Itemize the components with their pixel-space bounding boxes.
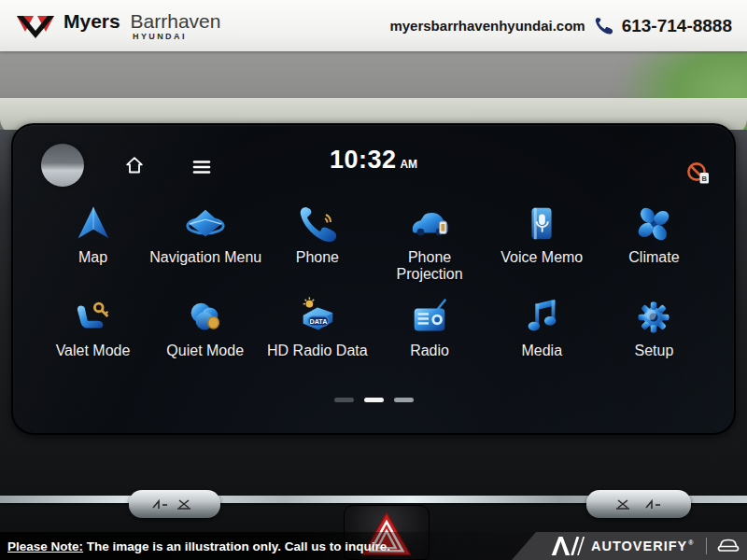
app-tile-voice-memo[interactable]: Voice Memo xyxy=(486,202,598,284)
infotainment-screen: 10:32AM B Map xyxy=(11,123,736,435)
hd-radio-data-icon: DATA xyxy=(261,295,373,340)
dealer-header: Myers Barrhaven HYUNDAI myersbarrhavenhy… xyxy=(0,0,747,51)
app-tile-media[interactable]: Media xyxy=(486,295,598,359)
app-label: Climate xyxy=(599,249,710,266)
clock-meridiem: AM xyxy=(400,158,417,171)
app-label: Map xyxy=(37,249,148,266)
app-tile-quiet-mode[interactable]: Quiet Mode xyxy=(149,295,261,359)
dealer-logo: Myers Barrhaven HYUNDAI xyxy=(15,11,220,41)
app-label: Quiet Mode xyxy=(149,343,261,359)
dashboard-photo: 10:32AM B Map xyxy=(0,51,747,560)
disclaimer-label: Please Note: xyxy=(7,539,83,553)
autoverify-word: AUTOVERIFY xyxy=(591,539,687,553)
phone-handset-icon xyxy=(594,16,613,35)
app-tile-map[interactable]: Map xyxy=(37,202,148,284)
app-label: Media xyxy=(486,343,598,359)
dealer-name-bold: Myers xyxy=(63,10,120,32)
dealer-logo-text: Myers Barrhaven HYUNDAI xyxy=(63,11,220,41)
right-vent-control xyxy=(586,490,691,518)
screenshot-root: Myers Barrhaven HYUNDAI myersbarrhavenhy… xyxy=(0,0,747,560)
voice-memo-icon xyxy=(486,202,598,246)
left-vent-control xyxy=(129,490,220,518)
app-tile-setup[interactable]: Setup xyxy=(599,295,710,359)
page-dot-1[interactable] xyxy=(334,398,354,402)
banner-divider xyxy=(706,538,707,554)
app-grid-row-2: Valet Mode Quiet Mode DATA HD Radio Data xyxy=(37,295,710,359)
app-label: Valet Mode xyxy=(37,343,148,359)
phone-icon xyxy=(261,202,373,246)
app-tile-climate[interactable]: Climate xyxy=(599,202,710,284)
clock: 10:32AM xyxy=(13,146,734,175)
app-tile-hd-radio-data[interactable]: DATA HD Radio Data xyxy=(261,295,373,359)
dealer-name-light: Barrhaven xyxy=(131,10,221,32)
app-label: Phone Projection xyxy=(374,249,486,284)
app-tile-navigation-menu[interactable]: Navigation Menu xyxy=(149,202,261,284)
navigation-menu-icon xyxy=(149,202,261,246)
app-label: Setup xyxy=(599,343,710,359)
autoverify-banner: AUTOVERIFY® xyxy=(512,532,747,560)
page-dot-3[interactable] xyxy=(394,398,414,402)
quiet-mode-icon xyxy=(149,295,261,340)
app-tile-radio[interactable]: Radio xyxy=(374,295,486,359)
setup-icon xyxy=(599,295,710,340)
dealer-contact: myersbarrhavenhyundai.com 613-714-8888 xyxy=(389,16,732,36)
app-label: Radio xyxy=(374,343,486,359)
disconnected-badge-label: B xyxy=(702,175,708,183)
app-grid-row-1: Map Navigation Menu Phone xyxy=(37,202,710,284)
app-label: Voice Memo xyxy=(486,249,598,266)
myers-logo-icon xyxy=(15,13,56,39)
page-dot-2-active[interactable] xyxy=(364,398,384,402)
app-tile-phone[interactable]: Phone xyxy=(261,202,373,284)
dealer-website: myersbarrhavenhyundai.com xyxy=(389,18,585,34)
clock-time: 10:32 xyxy=(330,146,397,174)
autoverify-logo-icon xyxy=(551,537,585,555)
phone-projection-icon xyxy=(374,202,486,246)
disclaimer-text: Please Note: The image is an illustratio… xyxy=(7,539,390,553)
map-icon xyxy=(37,202,148,246)
device-disconnected-icon: B xyxy=(685,161,713,187)
radio-icon xyxy=(374,295,486,340)
climate-icon xyxy=(599,202,710,246)
registered-mark: ® xyxy=(688,539,694,546)
vent-glyphs-icon xyxy=(611,497,667,511)
dealer-name: Myers Barrhaven xyxy=(63,11,220,31)
autoverify-label: AUTOVERIFY® xyxy=(591,539,694,553)
app-tile-phone-projection[interactable]: Phone Projection xyxy=(374,202,486,284)
page-indicator xyxy=(13,398,734,402)
media-icon xyxy=(486,295,598,340)
car-icon xyxy=(717,539,740,553)
dealer-brand: HYUNDAI xyxy=(133,32,220,41)
dealer-phone: 613-714-8888 xyxy=(622,16,732,36)
disclaimer-body: The image is an illustration only. Call … xyxy=(87,539,390,553)
app-tile-valet-mode[interactable]: Valet Mode xyxy=(37,295,148,359)
hd-radio-badge-label: DATA xyxy=(309,318,327,326)
valet-mode-icon xyxy=(37,295,148,340)
vent-glyphs-icon xyxy=(149,497,200,511)
app-label: HD Radio Data xyxy=(261,343,373,359)
app-label: Phone xyxy=(261,249,373,266)
app-label: Navigation Menu xyxy=(149,249,261,266)
